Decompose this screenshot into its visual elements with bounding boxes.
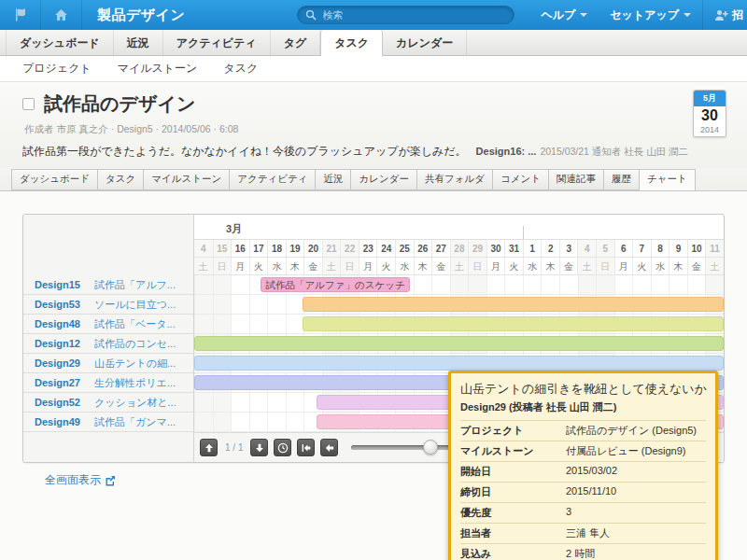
gantt-dow-cell: 火 bbox=[249, 258, 268, 274]
task-id-link[interactable]: Design49 bbox=[23, 416, 94, 427]
ticket-tab-5[interactable]: カレンダー bbox=[350, 169, 416, 190]
gantt-row bbox=[194, 315, 724, 334]
gantt-dow-cell: 日 bbox=[596, 258, 614, 274]
gantt-bar[interactable]: 試作品「アルファ」のスケッチ bbox=[261, 277, 409, 292]
ticket-tab-10[interactable]: チャート bbox=[639, 169, 696, 191]
sub-nav-item-task[interactable]: タスク bbox=[210, 61, 271, 77]
ticket-tab-0[interactable]: ダッシュボード bbox=[11, 169, 97, 190]
gantt-date-cell: 10 bbox=[687, 240, 706, 257]
ticket-tab-9[interactable]: 履歴 bbox=[603, 169, 639, 190]
gantt-dow-row: 土日月火水木金土日月火水木金土日月火水木金土日月火水木金土 bbox=[194, 258, 724, 275]
task-id-link[interactable]: Design52 bbox=[23, 397, 94, 408]
task-id-link[interactable]: Design29 bbox=[23, 357, 94, 369]
gantt-date-cell: 21 bbox=[322, 240, 341, 257]
gantt-dow-cell: 土 bbox=[450, 258, 469, 274]
gantt-dow-cell: 月 bbox=[231, 258, 249, 274]
main-nav-tab-dashboard[interactable]: ダッシュボード bbox=[6, 30, 114, 55]
gantt-bar[interactable] bbox=[303, 316, 724, 331]
main-nav-tab-activity[interactable]: アクティビティ bbox=[163, 30, 271, 55]
gantt-dow-cell: 月 bbox=[614, 258, 633, 274]
gantt-date-cell: 24 bbox=[376, 240, 395, 257]
jump-left-button[interactable] bbox=[297, 439, 315, 456]
ticket-tab-4[interactable]: 近況 bbox=[315, 169, 350, 190]
scroll-left-button[interactable] bbox=[320, 439, 338, 456]
home-icon[interactable] bbox=[41, 0, 82, 30]
tooltip-field-value: 2015/11/10 bbox=[566, 485, 706, 499]
help-menu[interactable]: ヘルプ bbox=[529, 0, 599, 30]
gantt-date-row: 4151617181920212223242526272829303112345… bbox=[194, 240, 724, 258]
add-user-icon bbox=[714, 9, 728, 21]
gantt-date-cell: 20 bbox=[303, 240, 322, 257]
zoom-slider-handle[interactable] bbox=[423, 440, 438, 455]
gantt-dow-cell: 水 bbox=[651, 258, 669, 274]
month-label: 3月 bbox=[226, 222, 242, 236]
gantt-bar[interactable] bbox=[303, 297, 724, 312]
today-button[interactable] bbox=[274, 439, 291, 456]
ticket-checkbox[interactable] bbox=[22, 98, 35, 110]
gantt-row: 試作品「アルファ」のスケッチ bbox=[194, 275, 724, 295]
sub-nav-item-project[interactable]: プロジェクト bbox=[9, 61, 105, 77]
invite-user-button[interactable]: 招 bbox=[702, 0, 747, 30]
gantt-task-list: Design15試作品「アルフ...Design53ソールに目立つ...Desi… bbox=[23, 215, 194, 462]
gantt-date-cell: 7 bbox=[632, 240, 651, 257]
tooltip-subtitle: Design29 (投稿者 社長 山田 潤二) bbox=[460, 400, 706, 414]
scroll-up-button[interactable] bbox=[200, 439, 218, 456]
ticket-tab-8[interactable]: 関連記事 bbox=[548, 169, 603, 190]
task-id-link[interactable]: Design15 bbox=[23, 279, 94, 290]
gantt-dow-cell: 火 bbox=[632, 258, 651, 274]
gantt-task-label-row: Design53ソールに目立つ... bbox=[23, 295, 193, 315]
gantt-bar[interactable] bbox=[194, 356, 724, 371]
ticket-tab-1[interactable]: タスク bbox=[97, 169, 143, 190]
description-text: 試作品第一段ができたようだ。なかなかイイね！今後のブラッシュアップが楽しみだ。 bbox=[22, 145, 467, 158]
task-id-link[interactable]: Design12 bbox=[23, 338, 94, 349]
ticket-meta: 作成者 市原 真之介 · Design5 · 2014/05/06 · 6:08 bbox=[24, 123, 725, 136]
task-id-link[interactable]: Design27 bbox=[23, 377, 94, 388]
gantt-row bbox=[194, 334, 724, 354]
gantt-dow-cell: 土 bbox=[322, 258, 341, 274]
gantt-task-label-row: Design52クッション材と... bbox=[23, 393, 193, 413]
task-name-link[interactable]: 生分解性ポリエ... bbox=[94, 376, 176, 390]
task-name-link[interactable]: クッション材と... bbox=[94, 396, 176, 410]
gantt-bar[interactable] bbox=[194, 336, 724, 351]
gantt-month-row: 3月 bbox=[194, 215, 724, 240]
description-ref-link[interactable]: Design16: ... bbox=[476, 146, 537, 157]
fullscreen-link[interactable]: 全画面表示 bbox=[45, 472, 116, 488]
gantt-date-cell: 26 bbox=[414, 240, 432, 257]
task-id-link[interactable]: Design48 bbox=[23, 318, 94, 329]
gantt-dow-cell: 月 bbox=[359, 258, 377, 274]
sub-nav-item-milestone[interactable]: マイルストーン bbox=[105, 61, 211, 77]
ticket-tab-3[interactable]: アクティビティ bbox=[229, 169, 315, 190]
gantt-date-cell: 30 bbox=[486, 240, 505, 257]
setup-menu[interactable]: セットアップ bbox=[599, 0, 702, 30]
sub-nav: プロジェクトマイルストーンタスク bbox=[0, 56, 747, 82]
main-nav-tab-calendar[interactable]: カレンダー bbox=[383, 30, 467, 55]
gantt-dow-cell: 木 bbox=[286, 258, 304, 274]
task-name-link[interactable]: 山岳テントの細... bbox=[94, 357, 176, 371]
task-id-link[interactable]: Design53 bbox=[23, 299, 94, 310]
task-name-link[interactable]: 試作品「ベータ... bbox=[94, 317, 176, 331]
tooltip-field-value: 三浦 隼人 bbox=[566, 526, 706, 540]
gantt-task-label-row: Design12試作品のコンセ... bbox=[23, 334, 193, 354]
main-nav-tab-recent[interactable]: 近況 bbox=[114, 30, 163, 55]
main-nav-tab-tags[interactable]: タグ bbox=[271, 30, 321, 55]
ticket-tab-6[interactable]: 共有フォルダ bbox=[416, 169, 492, 190]
tooltip-field-value: 付属品レビュー (Design9) bbox=[566, 444, 706, 458]
gantt-task-label-row: Design29山岳テントの細... bbox=[23, 354, 193, 373]
ticket-tab-2[interactable]: マイルストーン bbox=[143, 169, 229, 190]
ticket-tab-7[interactable]: コメント bbox=[492, 169, 548, 190]
task-name-link[interactable]: ソールに目立つ... bbox=[94, 298, 176, 312]
gantt-dow-cell: 土 bbox=[705, 258, 724, 274]
gantt-task-label-row: Design49試作品「ガンマ... bbox=[23, 413, 193, 432]
description-note: 2015/03/21 通知者 社長 山田 潤二 bbox=[540, 146, 688, 157]
chevron-down-icon bbox=[580, 13, 587, 17]
gantt-dow-cell: 木 bbox=[669, 258, 687, 274]
task-name-link[interactable]: 試作品「アルフ... bbox=[94, 278, 176, 292]
search-input[interactable] bbox=[297, 6, 514, 24]
task-name-link[interactable]: 試作品のコンセ... bbox=[94, 337, 176, 351]
task-name-link[interactable]: 試作品「ガンマ... bbox=[94, 415, 176, 429]
gantt-date-cell: 5 bbox=[596, 240, 614, 257]
flag-icon[interactable] bbox=[0, 0, 41, 30]
gantt-task-label-row: Design15試作品「アルフ... bbox=[23, 275, 193, 295]
scroll-down-button[interactable] bbox=[250, 439, 268, 456]
main-nav-tab-tasks[interactable]: タスク bbox=[320, 30, 383, 56]
